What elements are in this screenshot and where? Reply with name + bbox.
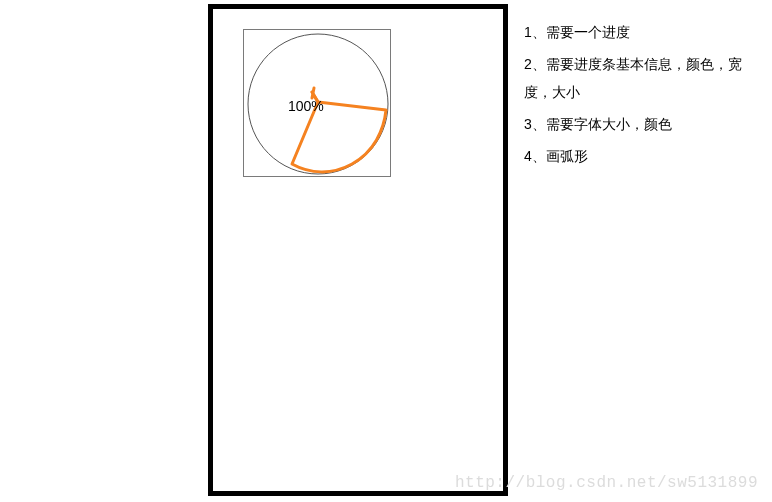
- note-item-3: 3、需要字体大小，颜色: [524, 110, 764, 138]
- watermark-text: http://blog.csdn.net/sw5131899: [455, 474, 758, 492]
- phone-frame: 100%: [208, 4, 508, 496]
- note-item-2: 2、需要进度条基本信息，颜色，宽度，大小: [524, 50, 764, 106]
- note-item-4: 4、画弧形: [524, 142, 764, 170]
- note-item-1: 1、需要一个进度: [524, 18, 764, 46]
- progress-label: 100%: [288, 98, 324, 114]
- notes-list: 1、需要一个进度 2、需要进度条基本信息，颜色，宽度，大小 3、需要字体大小，颜…: [524, 18, 764, 174]
- progress-circle-container: 100%: [243, 29, 391, 177]
